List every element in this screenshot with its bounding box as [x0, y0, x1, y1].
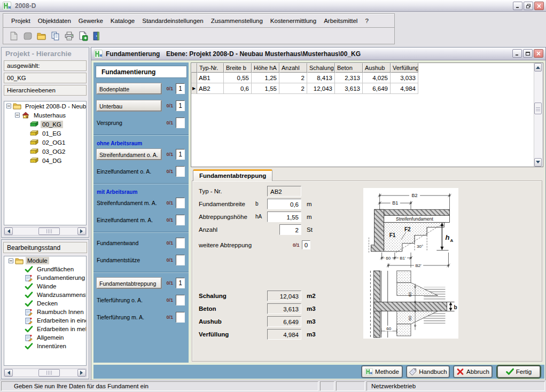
- count-input[interactable]: 1: [176, 83, 185, 94]
- tree-item-label[interactable]: Wandzusammenste: [35, 291, 87, 299]
- count-input[interactable]: 1: [176, 278, 185, 288]
- count-input[interactable]: [176, 295, 185, 305]
- cell-hoehe[interactable]: 1,55: [252, 83, 279, 94]
- abtreppungshoehe-input[interactable]: 1,55: [267, 211, 301, 222]
- export-check-icon[interactable]: [77, 30, 89, 42]
- expander-minus-icon[interactable]: [15, 113, 20, 117]
- tree-item[interactable]: 03_OG2: [4, 147, 86, 156]
- expander-minus-icon[interactable]: [9, 258, 13, 263]
- scroll-right-button[interactable]: [77, 369, 86, 377]
- sidebar-item-label[interactable]: Fundamentstütze: [97, 257, 140, 263]
- scroll-down-button[interactable]: [534, 158, 542, 167]
- print-icon[interactable]: [63, 30, 75, 42]
- menu-item[interactable]: Standardeinstellungen: [138, 15, 207, 26]
- window-button[interactable]: [513, 2, 522, 10]
- tree-item-label[interactable]: Decken: [35, 300, 59, 307]
- count-input[interactable]: [176, 198, 185, 208]
- count-input[interactable]: 1: [176, 149, 185, 160]
- scroll-up-button[interactable]: [534, 63, 542, 72]
- window-button[interactable]: [534, 49, 543, 58]
- footer-button[interactable]: Fertig: [497, 366, 540, 378]
- column-header[interactable]: Typ-Nr.: [197, 63, 224, 73]
- tree-item-label[interactable]: Erdarbeiten in mehre: [35, 325, 87, 333]
- count-input[interactable]: [176, 117, 185, 128]
- tree-item[interactable]: Raumbuch Innen: [4, 308, 86, 316]
- tree-item[interactable]: Wände: [4, 282, 86, 291]
- cell-breite[interactable]: 0,55: [224, 73, 252, 83]
- tree-item[interactable]: Module: [4, 256, 86, 265]
- tree-item[interactable]: Wandzusammenste: [4, 291, 86, 299]
- scroll-thumb[interactable]: [534, 103, 542, 114]
- tab-fundamentabtreppung[interactable]: Fundamentabtreppung: [193, 169, 272, 181]
- new-document-icon[interactable]: [7, 30, 19, 42]
- column-header[interactable]: Anzahl: [279, 63, 307, 73]
- tree-item-label[interactable]: Fundamentierung: [35, 274, 87, 281]
- count-input[interactable]: [176, 215, 185, 225]
- sidebar-item-label[interactable]: Unterbau: [97, 100, 161, 111]
- count-input[interactable]: [176, 238, 185, 248]
- count-input[interactable]: 1: [176, 100, 185, 111]
- cell-verfuellung[interactable]: 3,033: [391, 73, 418, 83]
- tree-item[interactable]: 02_OG1: [4, 138, 86, 147]
- sidebar-item-label[interactable]: Tieferführung o. A.: [97, 297, 143, 303]
- cell-anzahl[interactable]: 2: [279, 83, 307, 94]
- tree-item[interactable]: 00_KG: [4, 120, 86, 129]
- table-row[interactable]: ▶ AB2 0,6 1,55 2 12,043 3,613 6,649 4,98…: [191, 83, 543, 94]
- sidebar-item-label[interactable]: Streifenfundament m. A.: [97, 200, 157, 206]
- column-header[interactable]: Breite b: [224, 63, 252, 73]
- tree-item-label[interactable]: 01_EG: [41, 130, 63, 137]
- sidebar-item-label[interactable]: Versprung: [97, 120, 122, 126]
- count-input[interactable]: [176, 312, 185, 323]
- window-button[interactable]: [524, 2, 533, 10]
- tree-item[interactable]: 01_EG: [4, 129, 86, 138]
- scroll-left-button[interactable]: [4, 228, 13, 235]
- anzahl-input[interactable]: 2: [279, 224, 301, 235]
- tree-item-label[interactable]: 02_OG1: [41, 139, 67, 146]
- copy-icon[interactable]: [49, 30, 61, 42]
- tree-item-label[interactable]: Raumbuch Innen: [35, 308, 85, 316]
- tree-item[interactable]: Allgemein: [4, 333, 86, 342]
- cell-beton[interactable]: 3,613: [335, 83, 363, 94]
- tree-item[interactable]: Grundflächen: [4, 265, 86, 273]
- open-folder-icon[interactable]: [35, 30, 47, 42]
- scroll-track[interactable]: [13, 369, 77, 377]
- tree-item[interactable]: Fundamentierung: [4, 273, 86, 282]
- horizontal-scrollbar[interactable]: [4, 227, 87, 236]
- tree-item-label[interactable]: 03_OG2: [41, 148, 67, 155]
- cell-schalung[interactable]: 8,413: [307, 73, 335, 83]
- sidebar-item-label[interactable]: Bodenplatte: [97, 83, 161, 94]
- sidebar-item-label[interactable]: Fundamentwand: [97, 240, 138, 246]
- window-button[interactable]: [523, 49, 533, 58]
- tree-item[interactable]: Musterhaus: [4, 111, 86, 120]
- tree-item-label[interactable]: Projekt 2008-D - Neubau: [24, 103, 87, 110]
- column-header[interactable]: Schalung: [307, 63, 335, 73]
- cell-beton[interactable]: 2,313: [335, 73, 363, 83]
- cell-hoehe[interactable]: 1,25: [252, 73, 279, 83]
- window-button[interactable]: [512, 49, 522, 58]
- tree-item-label[interactable]: 04_DG: [41, 157, 63, 164]
- sidebar-item-label[interactable]: Fundamentabtreppung: [97, 278, 161, 288]
- footer-button[interactable]: Handbuch: [407, 366, 449, 378]
- tree-item-label[interactable]: Grundflächen: [35, 265, 75, 273]
- menu-item[interactable]: Arbeitsmittel: [320, 15, 361, 26]
- window-button[interactable]: [534, 2, 544, 10]
- column-header[interactable]: Beton: [335, 63, 363, 73]
- menu-item[interactable]: Kostenermittlung: [267, 15, 320, 26]
- column-header[interactable]: Aushub: [363, 63, 391, 73]
- tree-item[interactable]: Erdarbeiten in mehre: [4, 325, 86, 333]
- sidebar-item-label[interactable]: Tieferführung m. A.: [97, 314, 144, 320]
- tree-item[interactable]: 04_DG: [4, 156, 86, 165]
- expander-minus-icon[interactable]: [6, 104, 11, 108]
- scroll-right-button[interactable]: [77, 228, 86, 235]
- open-gray-icon[interactable]: [21, 30, 33, 42]
- menu-item[interactable]: Kataloge: [107, 15, 138, 26]
- tree-item-label[interactable]: Musterhaus: [32, 112, 67, 119]
- scroll-thumb[interactable]: [38, 369, 60, 377]
- menu-item[interactable]: ?: [361, 15, 372, 26]
- sidebar-item-label[interactable]: Streifenfundament o. A.: [97, 149, 161, 160]
- weitere-abtreppung-input[interactable]: 0: [302, 240, 310, 249]
- menu-item[interactable]: Projekt: [7, 15, 34, 26]
- menu-item[interactable]: Objektdaten: [34, 15, 75, 26]
- tree-item[interactable]: Decken: [4, 299, 86, 308]
- sidebar-item-label[interactable]: Einzelfundament m. A.: [97, 217, 153, 223]
